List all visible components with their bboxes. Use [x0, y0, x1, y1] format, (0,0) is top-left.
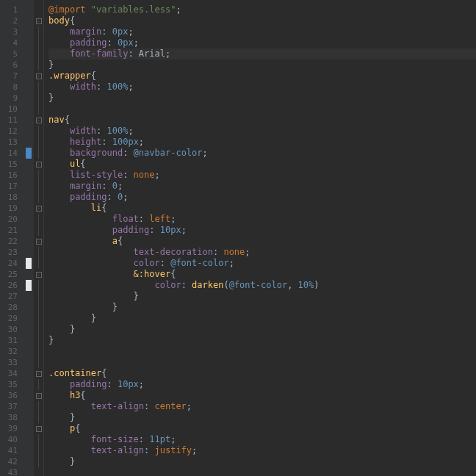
fold-slot[interactable]: [34, 335, 43, 346]
fold-slot[interactable]: [34, 82, 43, 93]
code-line[interactable]: }: [48, 302, 476, 313]
fold-toggle-icon[interactable]: -: [36, 18, 42, 24]
fold-toggle-icon[interactable]: -: [36, 118, 42, 123]
code-line[interactable]: }: [48, 335, 476, 346]
fold-slot[interactable]: -: [34, 15, 43, 26]
fold-slot[interactable]: [34, 126, 43, 137]
fold-slot[interactable]: [34, 467, 43, 476]
marker-slot: [24, 357, 34, 368]
code-line[interactable]: &:hover{: [48, 269, 476, 280]
code-line[interactable]: body{: [48, 15, 476, 26]
fold-slot[interactable]: -: [34, 269, 43, 280]
fold-slot[interactable]: [34, 280, 43, 291]
code-line[interactable]: }: [48, 313, 476, 324]
fold-slot[interactable]: [34, 379, 43, 390]
code-line[interactable]: font-size: 11pt;: [48, 434, 476, 445]
code-line[interactable]: margin: 0;: [48, 181, 476, 192]
fold-slot[interactable]: [34, 148, 43, 159]
fold-slot[interactable]: [34, 258, 43, 269]
fold-toggle-icon[interactable]: -: [36, 239, 42, 245]
code-line[interactable]: width: 100%;: [48, 126, 476, 137]
fold-toggle-icon[interactable]: -: [36, 272, 42, 278]
fold-slot[interactable]: [34, 93, 43, 104]
code-line[interactable]: }: [48, 60, 476, 71]
code-line[interactable]: text-align: justify;: [48, 445, 476, 456]
fold-slot[interactable]: -: [34, 159, 43, 170]
code-line[interactable]: ul{: [48, 159, 476, 170]
code-line[interactable]: }: [48, 324, 476, 335]
fold-toggle-icon[interactable]: -: [36, 162, 42, 167]
code-line[interactable]: padding: 0px;: [48, 37, 476, 48]
code-line[interactable]: padding: 10px;: [48, 225, 476, 236]
fold-slot[interactable]: [34, 357, 43, 368]
code-area[interactable]: @import "variables.less";body{ margin: 0…: [44, 0, 476, 476]
code-line[interactable]: color: @font-color;: [48, 258, 476, 269]
fold-slot[interactable]: [34, 302, 43, 313]
fold-toggle-icon[interactable]: -: [36, 393, 42, 399]
fold-toggle-icon[interactable]: -: [36, 426, 42, 432]
fold-slot[interactable]: [34, 48, 43, 60]
code-line[interactable]: a{: [48, 236, 476, 247]
fold-slot[interactable]: -: [34, 71, 43, 82]
fold-slot[interactable]: [34, 192, 43, 203]
fold-toggle-icon[interactable]: -: [36, 206, 42, 212]
code-editor[interactable]: 1234567891011121314151617181920212223242…: [0, 0, 476, 476]
code-line[interactable]: }: [48, 456, 476, 467]
fold-slot[interactable]: [34, 104, 43, 115]
code-line[interactable]: p{: [48, 423, 476, 434]
fold-slot[interactable]: [34, 60, 43, 71]
code-line[interactable]: padding: 10px;: [48, 379, 476, 390]
fold-slot[interactable]: -: [34, 115, 43, 126]
fold-slot[interactable]: -: [34, 423, 43, 434]
fold-slot[interactable]: [34, 26, 43, 37]
fold-slot[interactable]: [34, 434, 43, 445]
fold-slot[interactable]: [34, 291, 43, 302]
code-line[interactable]: .container{: [48, 368, 476, 379]
code-line[interactable]: float: left;: [48, 214, 476, 225]
fold-slot[interactable]: [34, 170, 43, 181]
code-line[interactable]: h3{: [48, 390, 476, 401]
code-line[interactable]: list-style: none;: [48, 170, 476, 181]
code-line[interactable]: }: [48, 93, 476, 104]
code-line[interactable]: }: [48, 412, 476, 423]
code-line[interactable]: text-decoration: none;: [48, 247, 476, 258]
code-line[interactable]: font-family: Arial;: [48, 48, 476, 60]
code-line[interactable]: [48, 467, 476, 476]
fold-slot[interactable]: [34, 346, 43, 357]
code-line[interactable]: width: 100%;: [48, 82, 476, 93]
code-line[interactable]: margin: 0px;: [48, 26, 476, 37]
fold-gutter[interactable]: ----------: [34, 0, 44, 476]
fold-slot[interactable]: [34, 313, 43, 324]
code-line[interactable]: height: 100px;: [48, 137, 476, 148]
code-line[interactable]: li{: [48, 203, 476, 214]
fold-toggle-icon[interactable]: -: [36, 371, 42, 377]
fold-slot[interactable]: [34, 181, 43, 192]
code-line[interactable]: color: darken(@font-color, 10%): [48, 280, 476, 291]
fold-slot[interactable]: [34, 324, 43, 335]
fold-slot[interactable]: [34, 214, 43, 225]
fold-slot[interactable]: -: [34, 368, 43, 379]
fold-slot[interactable]: [34, 445, 43, 456]
fold-slot[interactable]: [34, 401, 43, 412]
code-line[interactable]: padding: 0;: [48, 192, 476, 203]
code-line[interactable]: [48, 346, 476, 357]
code-line[interactable]: [48, 357, 476, 368]
code-line[interactable]: .wrapper{: [48, 71, 476, 82]
fold-slot[interactable]: -: [34, 390, 43, 401]
code-line[interactable]: [48, 104, 476, 115]
code-line[interactable]: }: [48, 291, 476, 302]
code-line[interactable]: nav{: [48, 115, 476, 126]
code-line[interactable]: @import "variables.less";: [48, 4, 476, 15]
fold-slot[interactable]: [34, 456, 43, 467]
fold-slot[interactable]: [34, 137, 43, 148]
fold-slot[interactable]: -: [34, 203, 43, 214]
code-line[interactable]: text-align: center;: [48, 401, 476, 412]
fold-slot[interactable]: [34, 412, 43, 423]
fold-slot[interactable]: [34, 247, 43, 258]
fold-slot[interactable]: [34, 225, 43, 236]
fold-slot[interactable]: [34, 4, 43, 15]
fold-slot[interactable]: [34, 37, 43, 48]
fold-slot[interactable]: -: [34, 236, 43, 247]
code-line[interactable]: background: @navbar-color;: [48, 148, 476, 159]
fold-toggle-icon[interactable]: -: [36, 73, 42, 79]
